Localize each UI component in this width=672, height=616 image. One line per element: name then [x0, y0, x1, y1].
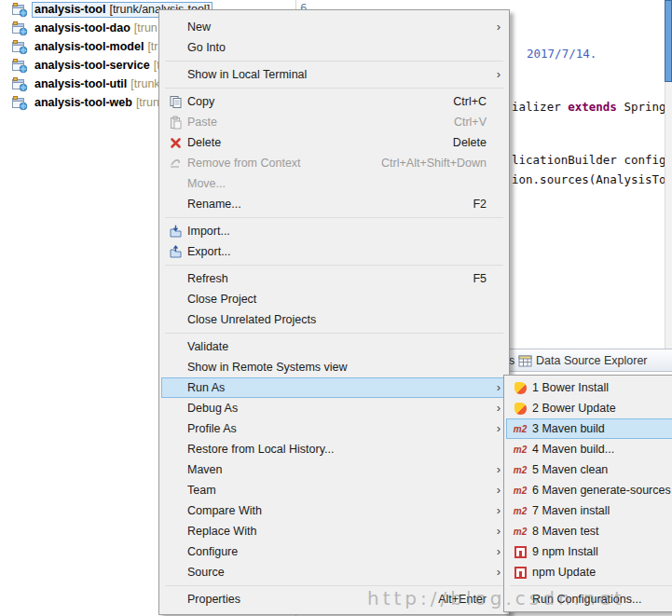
delete-icon [163, 137, 187, 149]
project-label: analysis-tool-dao[trun [32, 21, 160, 36]
project-name: analysis-tool-dao [34, 21, 130, 34]
m2-icon: m2 [508, 527, 532, 537]
submenu-arrow-icon: › [497, 401, 501, 415]
context-menu-item-refresh[interactable]: RefreshF5 [161, 268, 507, 289]
run-as-item-7-maven-install[interactable]: m27 Maven install [506, 500, 672, 521]
project-label: analysis-tool-model[tr [32, 39, 161, 55]
menu-separator [165, 88, 503, 89]
watermark-text: http://blog.csdn.net [367, 587, 625, 609]
run-as-item-5-maven-clean[interactable]: m25 Maven clean [506, 459, 672, 480]
menu-item-label: 1 Bower Install [532, 381, 609, 394]
menu-separator [165, 265, 503, 266]
submenu-arrow-icon: › [497, 483, 501, 497]
run-as-item-8-maven-test[interactable]: m28 Maven test [506, 521, 672, 541]
menu-item-label: 3 Maven build [532, 422, 605, 435]
run-as-submenu: 1 Bower Install2 Bower Updatem23 Maven b… [503, 375, 672, 612]
npm-icon [508, 567, 532, 579]
menu-item-label: Validate [187, 340, 228, 353]
menu-item-label: Restore from Local History... [187, 443, 334, 456]
bower-icon [508, 382, 532, 394]
export-icon [163, 245, 187, 259]
context-menu-item-copy[interactable]: CopyCtrl+C [161, 91, 507, 112]
submenu-arrow-icon: › [497, 380, 501, 394]
tab-data-source-explorer[interactable]: Data Source Explorer [536, 354, 648, 367]
menu-item-label: Paste [187, 116, 217, 129]
context-menu-item-compare-with[interactable]: Compare With› [161, 500, 507, 521]
menu-item-label: Profile As [187, 422, 237, 435]
context-menu-item-maven[interactable]: Maven› [161, 459, 507, 480]
context-menu-item-source[interactable]: Source› [161, 562, 507, 582]
submenu-arrow-icon: › [497, 503, 501, 517]
run-as-item-npm-update[interactable]: npm Update [506, 562, 672, 582]
context-menu-item-team[interactable]: Team› [161, 480, 507, 500]
context-menu-item-go-into[interactable]: Go Into [161, 37, 507, 58]
run-as-item-9-npm-install[interactable]: 9 npm Install [506, 541, 672, 562]
menu-item-label: Export... [187, 245, 231, 258]
menu-item-label: Team [187, 484, 216, 497]
menu-item-label: Rename... [187, 198, 241, 211]
context-menu-item-show-in-remote-systems-view[interactable]: Show in Remote Systems view [161, 357, 507, 377]
code-text: Spring [617, 100, 666, 114]
project-icon [12, 96, 28, 111]
menu-item-label: Configure [187, 545, 238, 558]
npm-icon [508, 546, 532, 558]
menu-item-label: 6 Maven generate-sources [532, 484, 671, 497]
menu-separator [165, 217, 503, 218]
menu-item-label: Properties [187, 593, 240, 606]
menu-item-label: 2 Bower Update [532, 402, 616, 415]
context-menu-item-delete[interactable]: DeleteDelete [161, 132, 507, 153]
menu-item-label: Close Unrelated Projects [187, 313, 316, 326]
menu-item-label: Debug As [187, 402, 238, 415]
run-as-item-6-maven-generate-sources[interactable]: m26 Maven generate-sources [506, 480, 672, 500]
context-menu-item-profile-as[interactable]: Profile As› [161, 418, 507, 439]
project-label: analysis-tool-web[trun [32, 95, 162, 111]
submenu-arrow-icon: › [497, 524, 501, 538]
context-menu-item-show-in-local-terminal[interactable]: Show in Local Terminal› [161, 64, 507, 85]
project-name: analysis-tool-util [34, 77, 127, 90]
code-comment: 2017/7/14. [527, 47, 597, 61]
context-menu-item-validate[interactable]: Validate [161, 336, 507, 357]
menu-item-shortcut: F2 [450, 198, 487, 211]
context-menu-item-remove-from-context[interactable]: Remove from ContextCtrl+Alt+Shift+Down [161, 153, 507, 173]
menu-item-label: Maven [187, 463, 223, 476]
menu-item-label: Go Into [187, 41, 226, 54]
scrollbar-thumb[interactable] [665, 0, 672, 82]
project-name: analysis-tool [34, 3, 105, 16]
context-menu-item-restore-from-local-history[interactable]: Restore from Local History... [161, 439, 507, 459]
m2-icon: m2 [508, 506, 532, 516]
context-menu-item-configure[interactable]: Configure› [161, 541, 507, 562]
run-as-item-2-bower-update[interactable]: 2 Bower Update [506, 398, 672, 418]
bower-icon [508, 403, 532, 415]
run-as-item-3-maven-build[interactable]: m23 Maven build [506, 418, 672, 439]
project-icon [12, 21, 28, 36]
menu-separator [165, 585, 503, 586]
context-menu-item-move[interactable]: Move... [161, 173, 507, 194]
submenu-arrow-icon: › [497, 421, 501, 435]
run-as-item-1-bower-install[interactable]: 1 Bower Install [506, 377, 672, 398]
context-menu-item-paste[interactable]: PasteCtrl+V [161, 112, 507, 132]
editor-scrollbar[interactable] [665, 0, 672, 349]
context-menu-item-close-project[interactable]: Close Project [161, 289, 507, 309]
project-label: analysis-tool-service[t [32, 58, 163, 74]
context-menu-item-run-as[interactable]: Run As› [161, 377, 507, 398]
context-menu-item-close-unrelated-projects[interactable]: Close Unrelated Projects [161, 309, 507, 330]
code-line-class-decl: ializer extends Spring [512, 100, 666, 114]
context-menu-item-new[interactable]: New› [161, 17, 507, 37]
project-icon [12, 77, 28, 92]
menu-item-label: Source [187, 566, 225, 579]
context-menu-item-debug-as[interactable]: Debug As› [161, 398, 507, 418]
menu-item-shortcut: Ctrl+V [432, 116, 487, 129]
remove-context-icon [163, 157, 187, 170]
keyword-extends: extends [568, 100, 617, 114]
menu-item-label: 4 Maven build... [532, 443, 614, 456]
context-menu-item-export[interactable]: Export... [161, 241, 507, 262]
submenu-arrow-icon: › [497, 565, 501, 579]
menu-item-label: npm Update [532, 566, 596, 579]
run-as-item-4-maven-build[interactable]: m24 Maven build... [506, 439, 672, 459]
context-menu-item-replace-with[interactable]: Replace With› [161, 521, 507, 541]
context-menu-item-rename[interactable]: Rename...F2 [161, 194, 507, 214]
eclipse-workbench: analysis-tool[trunk/analysis-tool]analys… [0, 0, 672, 616]
context-menu-item-import[interactable]: Import... [161, 221, 507, 241]
project-name: analysis-tool-web [34, 96, 132, 109]
project-label: analysis-tool-util[trunk [32, 76, 163, 92]
